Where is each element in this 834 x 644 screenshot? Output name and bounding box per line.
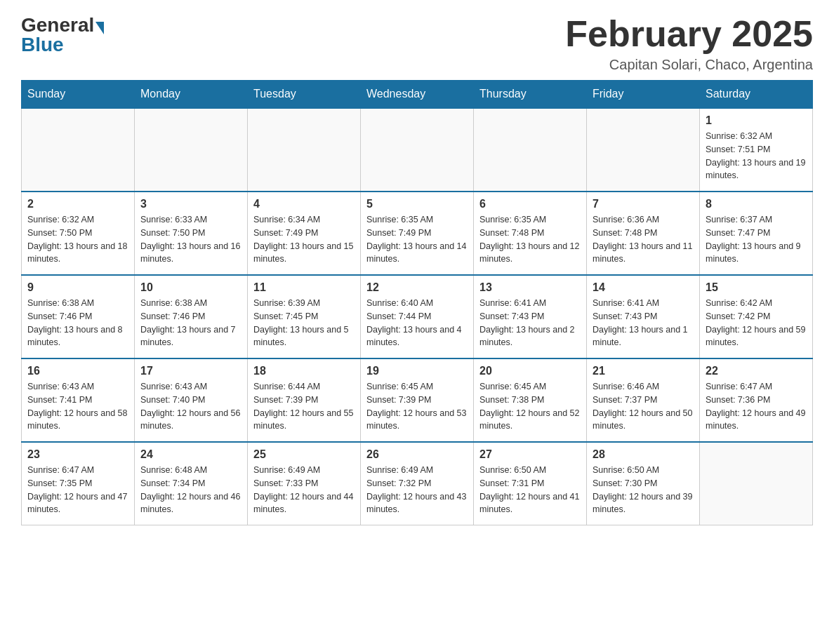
day-info: Sunrise: 6:40 AMSunset: 7:44 PMDaylight:…: [366, 297, 468, 349]
day-info: Sunrise: 6:44 AMSunset: 7:39 PMDaylight:…: [253, 380, 355, 433]
calendar-week-row: 16Sunrise: 6:43 AMSunset: 7:41 PMDayligh…: [22, 358, 813, 442]
calendar-cell: 20Sunrise: 6:45 AMSunset: 7:38 PMDayligh…: [474, 358, 587, 442]
day-info: Sunrise: 6:38 AMSunset: 7:46 PMDaylight:…: [140, 297, 241, 349]
calendar-cell: [22, 108, 135, 192]
weekday-header-friday: Friday: [587, 81, 700, 109]
calendar-cell: 27Sunrise: 6:50 AMSunset: 7:31 PMDayligh…: [474, 442, 587, 525]
title-section: February 2025 Capitan Solari, Chaco, Arg…: [565, 14, 813, 73]
calendar-cell: 16Sunrise: 6:43 AMSunset: 7:41 PMDayligh…: [22, 358, 135, 442]
day-info: Sunrise: 6:48 AMSunset: 7:34 PMDaylight:…: [140, 464, 241, 516]
calendar-cell: 14Sunrise: 6:41 AMSunset: 7:43 PMDayligh…: [587, 275, 700, 358]
calendar-cell: 6Sunrise: 6:35 AMSunset: 7:48 PMDaylight…: [474, 192, 587, 275]
day-number: 11: [253, 281, 355, 294]
day-number: 17: [140, 365, 241, 377]
calendar-cell: 1Sunrise: 6:32 AMSunset: 7:51 PMDaylight…: [700, 108, 813, 192]
calendar-cell: 24Sunrise: 6:48 AMSunset: 7:34 PMDayligh…: [135, 442, 248, 525]
day-info: Sunrise: 6:35 AMSunset: 7:49 PMDaylight:…: [366, 213, 468, 266]
day-number: 22: [706, 365, 807, 377]
day-info: Sunrise: 6:37 AMSunset: 7:47 PMDaylight:…: [706, 213, 807, 266]
day-info: Sunrise: 6:34 AMSunset: 7:49 PMDaylight:…: [253, 213, 355, 266]
day-info: Sunrise: 6:41 AMSunset: 7:43 PMDaylight:…: [479, 297, 581, 349]
calendar-cell: 11Sunrise: 6:39 AMSunset: 7:45 PMDayligh…: [248, 275, 361, 358]
calendar-cell: 23Sunrise: 6:47 AMSunset: 7:35 PMDayligh…: [22, 442, 135, 525]
day-number: 3: [140, 198, 241, 210]
calendar-cell: 8Sunrise: 6:37 AMSunset: 7:47 PMDaylight…: [700, 192, 813, 275]
calendar-cell: 4Sunrise: 6:34 AMSunset: 7:49 PMDaylight…: [248, 192, 361, 275]
calendar-cell: 28Sunrise: 6:50 AMSunset: 7:30 PMDayligh…: [587, 442, 700, 525]
weekday-header-row: SundayMondayTuesdayWednesdayThursdayFrid…: [22, 81, 813, 109]
calendar-cell: 26Sunrise: 6:49 AMSunset: 7:32 PMDayligh…: [361, 442, 474, 525]
day-info: Sunrise: 6:50 AMSunset: 7:30 PMDaylight:…: [593, 464, 694, 516]
day-number: 28: [593, 448, 694, 461]
day-info: Sunrise: 6:50 AMSunset: 7:31 PMDaylight:…: [479, 464, 581, 516]
calendar-cell: 21Sunrise: 6:46 AMSunset: 7:37 PMDayligh…: [587, 358, 700, 442]
calendar-cell: 5Sunrise: 6:35 AMSunset: 7:49 PMDaylight…: [361, 192, 474, 275]
calendar-cell: 7Sunrise: 6:36 AMSunset: 7:48 PMDaylight…: [587, 192, 700, 275]
calendar-cell: 2Sunrise: 6:32 AMSunset: 7:50 PMDaylight…: [22, 192, 135, 275]
weekday-header-sunday: Sunday: [22, 81, 135, 109]
calendar-table: SundayMondayTuesdayWednesdayThursdayFrid…: [21, 80, 813, 525]
day-info: Sunrise: 6:33 AMSunset: 7:50 PMDaylight:…: [140, 213, 241, 266]
calendar-cell: [587, 108, 700, 192]
day-info: Sunrise: 6:41 AMSunset: 7:43 PMDaylight:…: [593, 297, 694, 349]
calendar-cell: [361, 108, 474, 192]
day-number: 24: [140, 448, 241, 461]
day-number: 1: [706, 114, 807, 127]
logo: General Blue: [21, 14, 105, 56]
day-number: 8: [706, 198, 807, 210]
calendar-cell: 22Sunrise: 6:47 AMSunset: 7:36 PMDayligh…: [700, 358, 813, 442]
day-info: Sunrise: 6:42 AMSunset: 7:42 PMDaylight:…: [706, 297, 807, 349]
weekday-header-saturday: Saturday: [700, 81, 813, 109]
day-info: Sunrise: 6:49 AMSunset: 7:33 PMDaylight:…: [253, 464, 355, 516]
calendar-cell: 15Sunrise: 6:42 AMSunset: 7:42 PMDayligh…: [700, 275, 813, 358]
day-info: Sunrise: 6:39 AMSunset: 7:45 PMDaylight:…: [253, 297, 355, 349]
day-number: 25: [253, 448, 355, 461]
day-number: 6: [479, 198, 581, 210]
calendar-cell: 10Sunrise: 6:38 AMSunset: 7:46 PMDayligh…: [135, 275, 248, 358]
day-number: 14: [593, 281, 694, 294]
calendar-cell: 9Sunrise: 6:38 AMSunset: 7:46 PMDaylight…: [22, 275, 135, 358]
calendar-week-row: 1Sunrise: 6:32 AMSunset: 7:51 PMDaylight…: [22, 108, 813, 192]
day-number: 12: [366, 281, 468, 294]
day-number: 13: [479, 281, 581, 294]
location-text: Capitan Solari, Chaco, Argentina: [565, 57, 813, 73]
day-number: 10: [140, 281, 241, 294]
day-info: Sunrise: 6:32 AMSunset: 7:51 PMDaylight:…: [706, 130, 807, 182]
day-info: Sunrise: 6:45 AMSunset: 7:38 PMDaylight:…: [479, 380, 581, 433]
weekday-header-wednesday: Wednesday: [361, 81, 474, 109]
calendar-week-row: 9Sunrise: 6:38 AMSunset: 7:46 PMDaylight…: [22, 275, 813, 358]
calendar-cell: 19Sunrise: 6:45 AMSunset: 7:39 PMDayligh…: [361, 358, 474, 442]
calendar-cell: [474, 108, 587, 192]
month-title: February 2025: [565, 14, 813, 54]
day-info: Sunrise: 6:46 AMSunset: 7:37 PMDaylight:…: [593, 380, 694, 433]
day-number: 23: [27, 448, 128, 461]
calendar-cell: 18Sunrise: 6:44 AMSunset: 7:39 PMDayligh…: [248, 358, 361, 442]
day-number: 15: [706, 281, 807, 294]
day-number: 9: [27, 281, 128, 294]
day-number: 4: [253, 198, 355, 210]
day-info: Sunrise: 6:43 AMSunset: 7:40 PMDaylight:…: [140, 380, 241, 433]
day-number: 26: [366, 448, 468, 461]
weekday-header-tuesday: Tuesday: [248, 81, 361, 109]
day-info: Sunrise: 6:43 AMSunset: 7:41 PMDaylight:…: [27, 380, 128, 433]
day-info: Sunrise: 6:47 AMSunset: 7:35 PMDaylight:…: [27, 464, 128, 516]
day-number: 16: [27, 365, 128, 377]
page-header: General Blue February 2025 Capitan Solar…: [21, 14, 813, 73]
calendar-cell: 12Sunrise: 6:40 AMSunset: 7:44 PMDayligh…: [361, 275, 474, 358]
calendar-week-row: 2Sunrise: 6:32 AMSunset: 7:50 PMDaylight…: [22, 192, 813, 275]
weekday-header-thursday: Thursday: [474, 81, 587, 109]
calendar-cell: [700, 442, 813, 525]
calendar-week-row: 23Sunrise: 6:47 AMSunset: 7:35 PMDayligh…: [22, 442, 813, 525]
day-info: Sunrise: 6:38 AMSunset: 7:46 PMDaylight:…: [27, 297, 128, 349]
calendar-cell: [135, 108, 248, 192]
day-number: 5: [366, 198, 468, 210]
day-info: Sunrise: 6:32 AMSunset: 7:50 PMDaylight:…: [27, 213, 128, 266]
calendar-cell: [248, 108, 361, 192]
day-info: Sunrise: 6:47 AMSunset: 7:36 PMDaylight:…: [706, 380, 807, 433]
weekday-header-monday: Monday: [135, 81, 248, 109]
calendar-cell: 3Sunrise: 6:33 AMSunset: 7:50 PMDaylight…: [135, 192, 248, 275]
day-number: 20: [479, 365, 581, 377]
calendar-cell: 25Sunrise: 6:49 AMSunset: 7:33 PMDayligh…: [248, 442, 361, 525]
day-number: 7: [593, 198, 694, 210]
calendar-cell: 17Sunrise: 6:43 AMSunset: 7:40 PMDayligh…: [135, 358, 248, 442]
